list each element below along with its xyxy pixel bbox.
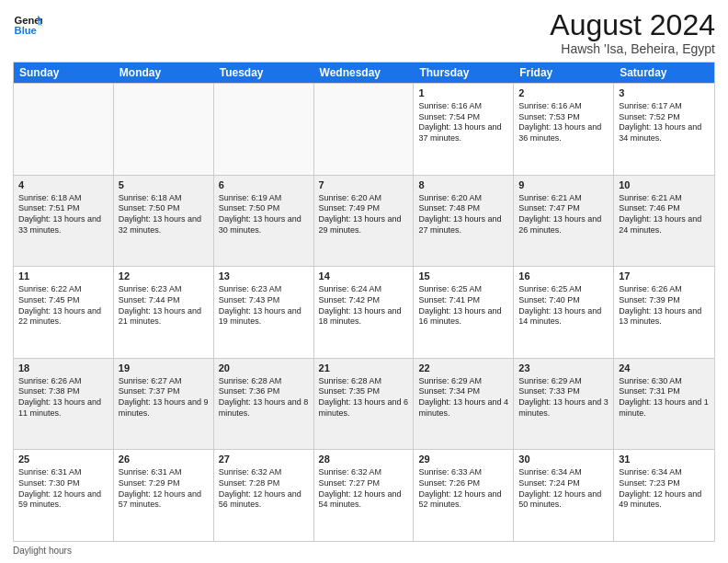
- location-title: Hawsh 'Isa, Beheira, Egypt: [550, 41, 715, 56]
- calendar-cell: 30Sunrise: 6:34 AM Sunset: 7:24 PM Dayli…: [514, 450, 614, 541]
- day-number: 2: [518, 86, 609, 100]
- calendar-cell: 18Sunrise: 6:26 AM Sunset: 7:38 PM Dayli…: [14, 359, 114, 450]
- calendar-cell: 8Sunrise: 6:20 AM Sunset: 7:48 PM Daylig…: [414, 176, 514, 267]
- calendar-row-2: 11Sunrise: 6:22 AM Sunset: 7:45 PM Dayli…: [14, 266, 714, 358]
- calendar-cell: 1Sunrise: 6:16 AM Sunset: 7:54 PM Daylig…: [414, 84, 514, 175]
- weekday-header-tuesday: Tuesday: [214, 63, 314, 83]
- weekday-header-sunday: Sunday: [14, 63, 114, 83]
- calendar-cell: 7Sunrise: 6:20 AM Sunset: 7:49 PM Daylig…: [314, 176, 415, 267]
- day-number: 8: [418, 178, 508, 192]
- day-number: 5: [119, 178, 209, 192]
- calendar-cell: [214, 84, 314, 175]
- day-info: Sunrise: 6:30 AM Sunset: 7:31 PM Dayligh…: [619, 376, 710, 419]
- day-number: 25: [18, 453, 108, 466]
- day-info: Sunrise: 6:29 AM Sunset: 7:34 PM Dayligh…: [418, 376, 508, 419]
- day-number: 16: [518, 270, 609, 283]
- month-title: August 2024: [550, 9, 715, 41]
- day-number: 10: [619, 178, 710, 192]
- calendar-row-3: 18Sunrise: 6:26 AM Sunset: 7:38 PM Dayli…: [14, 358, 714, 450]
- weekday-header-monday: Monday: [114, 63, 214, 83]
- calendar-cell: 29Sunrise: 6:33 AM Sunset: 7:26 PM Dayli…: [414, 450, 514, 541]
- calendar-header: SundayMondayTuesdayWednesdayThursdayFrid…: [14, 63, 714, 83]
- calendar-cell: 21Sunrise: 6:28 AM Sunset: 7:35 PM Dayli…: [314, 359, 415, 450]
- calendar-cell: [14, 84, 114, 175]
- day-info: Sunrise: 6:24 AM Sunset: 7:42 PM Dayligh…: [319, 284, 409, 327]
- calendar-cell: 13Sunrise: 6:23 AM Sunset: 7:43 PM Dayli…: [214, 267, 314, 358]
- day-number: 14: [319, 270, 409, 283]
- calendar-row-0: 1Sunrise: 6:16 AM Sunset: 7:54 PM Daylig…: [14, 83, 714, 175]
- day-info: Sunrise: 6:28 AM Sunset: 7:35 PM Dayligh…: [319, 376, 409, 419]
- logo-icon: General Blue: [13, 9, 42, 39]
- day-number: 27: [219, 453, 309, 466]
- day-info: Sunrise: 6:16 AM Sunset: 7:54 PM Dayligh…: [418, 101, 508, 144]
- day-info: Sunrise: 6:32 AM Sunset: 7:28 PM Dayligh…: [219, 467, 309, 511]
- calendar-cell: 17Sunrise: 6:26 AM Sunset: 7:39 PM Dayli…: [614, 267, 714, 358]
- day-info: Sunrise: 6:26 AM Sunset: 7:38 PM Dayligh…: [18, 376, 108, 419]
- calendar-cell: 24Sunrise: 6:30 AM Sunset: 7:31 PM Dayli…: [614, 359, 714, 450]
- day-number: 29: [418, 453, 508, 466]
- calendar-cell: 22Sunrise: 6:29 AM Sunset: 7:34 PM Dayli…: [414, 359, 514, 450]
- day-number: 24: [619, 362, 710, 375]
- calendar-cell: 10Sunrise: 6:21 AM Sunset: 7:46 PM Dayli…: [614, 176, 714, 267]
- day-info: Sunrise: 6:26 AM Sunset: 7:39 PM Dayligh…: [619, 284, 710, 327]
- day-number: 3: [619, 86, 710, 100]
- day-info: Sunrise: 6:34 AM Sunset: 7:24 PM Dayligh…: [518, 467, 609, 511]
- day-info: Sunrise: 6:16 AM Sunset: 7:53 PM Dayligh…: [518, 101, 609, 144]
- calendar-cell: 11Sunrise: 6:22 AM Sunset: 7:45 PM Dayli…: [14, 267, 114, 358]
- calendar-cell: 20Sunrise: 6:28 AM Sunset: 7:36 PM Dayli…: [214, 359, 314, 450]
- day-info: Sunrise: 6:31 AM Sunset: 7:29 PM Dayligh…: [119, 467, 209, 511]
- day-info: Sunrise: 6:29 AM Sunset: 7:33 PM Dayligh…: [518, 376, 609, 419]
- day-info: Sunrise: 6:21 AM Sunset: 7:47 PM Dayligh…: [518, 193, 609, 236]
- calendar-cell: 3Sunrise: 6:17 AM Sunset: 7:52 PM Daylig…: [614, 84, 714, 175]
- day-info: Sunrise: 6:18 AM Sunset: 7:50 PM Dayligh…: [119, 193, 209, 236]
- page: General Blue August 2024 Hawsh 'Isa, Beh…: [0, 0, 728, 563]
- day-info: Sunrise: 6:20 AM Sunset: 7:48 PM Dayligh…: [418, 193, 508, 236]
- calendar-cell: 25Sunrise: 6:31 AM Sunset: 7:30 PM Dayli…: [14, 450, 114, 541]
- day-info: Sunrise: 6:21 AM Sunset: 7:46 PM Dayligh…: [619, 193, 710, 236]
- calendar-cell: 27Sunrise: 6:32 AM Sunset: 7:28 PM Dayli…: [214, 450, 314, 541]
- day-info: Sunrise: 6:19 AM Sunset: 7:50 PM Dayligh…: [219, 193, 309, 236]
- calendar-cell: 28Sunrise: 6:32 AM Sunset: 7:27 PM Dayli…: [314, 450, 415, 541]
- day-info: Sunrise: 6:22 AM Sunset: 7:45 PM Dayligh…: [18, 284, 108, 327]
- calendar: SundayMondayTuesdayWednesdayThursdayFrid…: [13, 62, 715, 542]
- day-number: 6: [219, 178, 309, 192]
- calendar-body: 1Sunrise: 6:16 AM Sunset: 7:54 PM Daylig…: [14, 83, 714, 541]
- calendar-cell: 15Sunrise: 6:25 AM Sunset: 7:41 PM Dayli…: [414, 267, 514, 358]
- day-number: 4: [18, 178, 108, 192]
- day-info: Sunrise: 6:32 AM Sunset: 7:27 PM Dayligh…: [319, 467, 409, 511]
- day-info: Sunrise: 6:25 AM Sunset: 7:40 PM Dayligh…: [518, 284, 609, 327]
- day-number: 9: [518, 178, 609, 192]
- day-info: Sunrise: 6:28 AM Sunset: 7:36 PM Dayligh…: [219, 376, 309, 419]
- calendar-cell: 19Sunrise: 6:27 AM Sunset: 7:37 PM Dayli…: [114, 359, 214, 450]
- calendar-cell: 9Sunrise: 6:21 AM Sunset: 7:47 PM Daylig…: [514, 176, 614, 267]
- day-info: Sunrise: 6:34 AM Sunset: 7:23 PM Dayligh…: [619, 467, 710, 511]
- day-number: 15: [418, 270, 508, 283]
- day-info: Sunrise: 6:18 AM Sunset: 7:51 PM Dayligh…: [18, 193, 108, 236]
- day-info: Sunrise: 6:27 AM Sunset: 7:37 PM Dayligh…: [119, 376, 209, 419]
- day-number: 23: [518, 362, 609, 375]
- calendar-cell: 5Sunrise: 6:18 AM Sunset: 7:50 PM Daylig…: [114, 176, 214, 267]
- day-info: Sunrise: 6:31 AM Sunset: 7:30 PM Dayligh…: [18, 467, 108, 511]
- calendar-cell: [114, 84, 214, 175]
- footer-note: Daylight hours: [13, 546, 715, 556]
- day-info: Sunrise: 6:25 AM Sunset: 7:41 PM Dayligh…: [418, 284, 508, 327]
- day-number: 1: [418, 86, 508, 100]
- calendar-row-4: 25Sunrise: 6:31 AM Sunset: 7:30 PM Dayli…: [14, 449, 714, 541]
- day-number: 11: [18, 270, 108, 283]
- calendar-cell: 26Sunrise: 6:31 AM Sunset: 7:29 PM Dayli…: [114, 450, 214, 541]
- day-info: Sunrise: 6:23 AM Sunset: 7:44 PM Dayligh…: [119, 284, 209, 327]
- weekday-header-wednesday: Wednesday: [314, 63, 415, 83]
- day-number: 17: [619, 270, 710, 283]
- weekday-header-saturday: Saturday: [614, 63, 714, 83]
- calendar-cell: [314, 84, 415, 175]
- day-info: Sunrise: 6:23 AM Sunset: 7:43 PM Dayligh…: [219, 284, 309, 327]
- day-number: 30: [518, 453, 609, 466]
- day-number: 28: [319, 453, 409, 466]
- day-number: 13: [219, 270, 309, 283]
- calendar-cell: 12Sunrise: 6:23 AM Sunset: 7:44 PM Dayli…: [114, 267, 214, 358]
- logo: General Blue: [13, 9, 42, 39]
- title-block: August 2024 Hawsh 'Isa, Beheira, Egypt: [550, 9, 715, 56]
- calendar-cell: 16Sunrise: 6:25 AM Sunset: 7:40 PM Dayli…: [514, 267, 614, 358]
- calendar-cell: 6Sunrise: 6:19 AM Sunset: 7:50 PM Daylig…: [214, 176, 314, 267]
- day-info: Sunrise: 6:33 AM Sunset: 7:26 PM Dayligh…: [418, 467, 508, 511]
